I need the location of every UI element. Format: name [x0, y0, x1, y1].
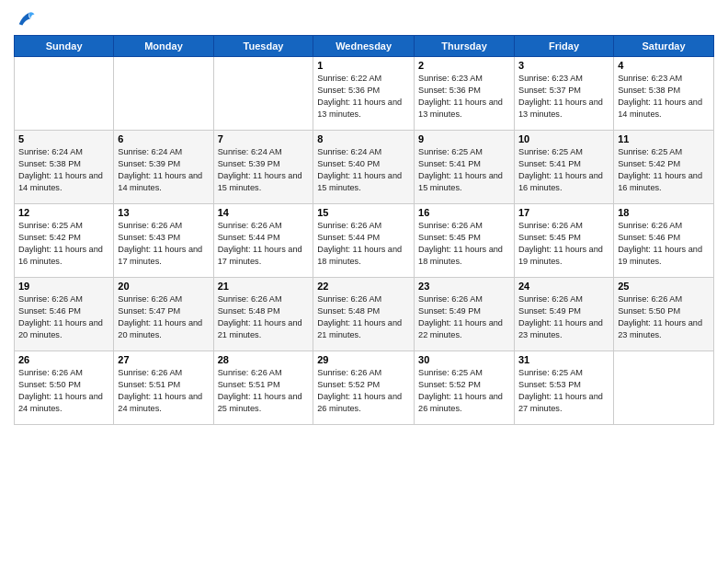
day-number: 2	[418, 60, 510, 71]
calendar-cell: 30Sunrise: 6:25 AMSunset: 5:52 PMDayligh…	[415, 351, 515, 425]
calendar-body: 1Sunrise: 6:22 AMSunset: 5:36 PMDaylight…	[15, 57, 714, 425]
calendar-week-1: 1Sunrise: 6:22 AMSunset: 5:36 PMDaylight…	[15, 57, 714, 131]
day-header-tuesday: Tuesday	[213, 36, 313, 57]
logo-bird-icon	[16, 9, 36, 29]
day-number: 24	[518, 281, 609, 292]
day-number: 18	[618, 207, 710, 218]
day-header-monday: Monday	[114, 36, 213, 57]
day-info: Sunrise: 6:26 AMSunset: 5:50 PMDaylight:…	[18, 367, 109, 415]
day-number: 9	[418, 133, 510, 144]
day-info: Sunrise: 6:24 AMSunset: 5:39 PMDaylight:…	[118, 146, 209, 194]
day-number: 16	[418, 207, 510, 218]
calendar-cell: 15Sunrise: 6:26 AMSunset: 5:44 PMDayligh…	[313, 204, 415, 278]
calendar-cell	[15, 57, 114, 131]
calendar-cell: 14Sunrise: 6:26 AMSunset: 5:44 PMDayligh…	[213, 204, 313, 278]
day-number: 26	[18, 354, 109, 365]
day-info: Sunrise: 6:26 AMSunset: 5:49 PMDaylight:…	[518, 293, 609, 341]
day-number: 7	[218, 133, 310, 144]
day-number: 12	[18, 207, 109, 218]
day-info: Sunrise: 6:26 AMSunset: 5:52 PMDaylight:…	[317, 367, 410, 415]
day-header-sunday: Sunday	[15, 36, 114, 57]
calendar-cell: 28Sunrise: 6:26 AMSunset: 5:51 PMDayligh…	[213, 351, 313, 425]
calendar: SundayMondayTuesdayWednesdayThursdayFrid…	[14, 35, 714, 425]
day-number: 4	[618, 60, 710, 71]
calendar-cell: 21Sunrise: 6:26 AMSunset: 5:48 PMDayligh…	[213, 278, 313, 351]
page: SundayMondayTuesdayWednesdayThursdayFrid…	[0, 0, 728, 563]
calendar-cell	[114, 57, 213, 131]
day-info: Sunrise: 6:26 AMSunset: 5:44 PMDaylight:…	[218, 220, 310, 268]
day-info: Sunrise: 6:25 AMSunset: 5:41 PMDaylight:…	[418, 146, 510, 194]
calendar-cell: 7Sunrise: 6:24 AMSunset: 5:39 PMDaylight…	[213, 131, 313, 204]
day-number: 11	[618, 133, 710, 144]
day-info: Sunrise: 6:26 AMSunset: 5:45 PMDaylight:…	[418, 220, 510, 268]
day-number: 30	[418, 354, 510, 365]
day-number: 1	[317, 60, 410, 71]
day-number: 13	[118, 207, 209, 218]
calendar-cell: 9Sunrise: 6:25 AMSunset: 5:41 PMDaylight…	[415, 131, 515, 204]
calendar-cell: 22Sunrise: 6:26 AMSunset: 5:48 PMDayligh…	[313, 278, 415, 351]
day-info: Sunrise: 6:26 AMSunset: 5:46 PMDaylight:…	[18, 293, 109, 341]
calendar-cell: 10Sunrise: 6:25 AMSunset: 5:41 PMDayligh…	[515, 131, 614, 204]
day-number: 28	[218, 354, 310, 365]
day-number: 15	[317, 207, 410, 218]
calendar-cell: 24Sunrise: 6:26 AMSunset: 5:49 PMDayligh…	[515, 278, 614, 351]
calendar-cell: 29Sunrise: 6:26 AMSunset: 5:52 PMDayligh…	[313, 351, 415, 425]
calendar-header-row: SundayMondayTuesdayWednesdayThursdayFrid…	[15, 36, 714, 57]
day-number: 31	[518, 354, 609, 365]
day-info: Sunrise: 6:23 AMSunset: 5:36 PMDaylight:…	[418, 73, 510, 121]
day-number: 8	[317, 133, 410, 144]
day-number: 20	[118, 281, 209, 292]
calendar-cell: 19Sunrise: 6:26 AMSunset: 5:46 PMDayligh…	[15, 278, 114, 351]
calendar-cell: 23Sunrise: 6:26 AMSunset: 5:49 PMDayligh…	[415, 278, 515, 351]
calendar-week-4: 19Sunrise: 6:26 AMSunset: 5:46 PMDayligh…	[15, 278, 714, 351]
header	[14, 9, 714, 29]
day-header-friday: Friday	[515, 36, 614, 57]
calendar-week-3: 12Sunrise: 6:25 AMSunset: 5:42 PMDayligh…	[15, 204, 714, 278]
calendar-cell	[614, 351, 714, 425]
day-info: Sunrise: 6:23 AMSunset: 5:38 PMDaylight:…	[618, 73, 710, 121]
day-info: Sunrise: 6:26 AMSunset: 5:45 PMDaylight:…	[518, 220, 609, 268]
calendar-cell: 25Sunrise: 6:26 AMSunset: 5:50 PMDayligh…	[614, 278, 714, 351]
day-number: 22	[317, 281, 410, 292]
day-number: 21	[218, 281, 310, 292]
day-number: 14	[218, 207, 310, 218]
calendar-cell: 3Sunrise: 6:23 AMSunset: 5:37 PMDaylight…	[515, 57, 614, 131]
calendar-cell	[213, 57, 313, 131]
day-number: 29	[317, 354, 410, 365]
day-info: Sunrise: 6:26 AMSunset: 5:48 PMDaylight:…	[317, 293, 410, 341]
day-info: Sunrise: 6:25 AMSunset: 5:42 PMDaylight:…	[18, 220, 109, 268]
day-info: Sunrise: 6:26 AMSunset: 5:49 PMDaylight:…	[418, 293, 510, 341]
day-info: Sunrise: 6:22 AMSunset: 5:36 PMDaylight:…	[317, 73, 410, 121]
calendar-cell: 11Sunrise: 6:25 AMSunset: 5:42 PMDayligh…	[614, 131, 714, 204]
calendar-week-5: 26Sunrise: 6:26 AMSunset: 5:50 PMDayligh…	[15, 351, 714, 425]
day-number: 6	[118, 133, 209, 144]
day-info: Sunrise: 6:26 AMSunset: 5:43 PMDaylight:…	[118, 220, 209, 268]
day-number: 10	[518, 133, 609, 144]
day-info: Sunrise: 6:26 AMSunset: 5:51 PMDaylight:…	[218, 367, 310, 415]
day-info: Sunrise: 6:26 AMSunset: 5:46 PMDaylight:…	[618, 220, 710, 268]
day-header-saturday: Saturday	[614, 36, 714, 57]
day-header-thursday: Thursday	[415, 36, 515, 57]
day-info: Sunrise: 6:26 AMSunset: 5:51 PMDaylight:…	[118, 367, 209, 415]
calendar-cell: 5Sunrise: 6:24 AMSunset: 5:38 PMDaylight…	[15, 131, 114, 204]
calendar-cell: 17Sunrise: 6:26 AMSunset: 5:45 PMDayligh…	[515, 204, 614, 278]
calendar-cell: 18Sunrise: 6:26 AMSunset: 5:46 PMDayligh…	[614, 204, 714, 278]
calendar-cell: 1Sunrise: 6:22 AMSunset: 5:36 PMDaylight…	[313, 57, 415, 131]
calendar-cell: 16Sunrise: 6:26 AMSunset: 5:45 PMDayligh…	[415, 204, 515, 278]
day-number: 23	[418, 281, 510, 292]
day-info: Sunrise: 6:24 AMSunset: 5:40 PMDaylight:…	[317, 146, 410, 194]
calendar-cell: 6Sunrise: 6:24 AMSunset: 5:39 PMDaylight…	[114, 131, 213, 204]
calendar-cell: 4Sunrise: 6:23 AMSunset: 5:38 PMDaylight…	[614, 57, 714, 131]
day-info: Sunrise: 6:26 AMSunset: 5:48 PMDaylight:…	[218, 293, 310, 341]
calendar-cell: 27Sunrise: 6:26 AMSunset: 5:51 PMDayligh…	[114, 351, 213, 425]
calendar-cell: 31Sunrise: 6:25 AMSunset: 5:53 PMDayligh…	[515, 351, 614, 425]
day-info: Sunrise: 6:25 AMSunset: 5:42 PMDaylight:…	[618, 146, 710, 194]
calendar-cell: 26Sunrise: 6:26 AMSunset: 5:50 PMDayligh…	[15, 351, 114, 425]
day-info: Sunrise: 6:24 AMSunset: 5:39 PMDaylight:…	[218, 146, 310, 194]
day-number: 25	[618, 281, 710, 292]
day-info: Sunrise: 6:25 AMSunset: 5:41 PMDaylight:…	[518, 146, 609, 194]
day-info: Sunrise: 6:26 AMSunset: 5:44 PMDaylight:…	[317, 220, 410, 268]
day-number: 17	[518, 207, 609, 218]
calendar-cell: 8Sunrise: 6:24 AMSunset: 5:40 PMDaylight…	[313, 131, 415, 204]
day-info: Sunrise: 6:24 AMSunset: 5:38 PMDaylight:…	[18, 146, 109, 194]
